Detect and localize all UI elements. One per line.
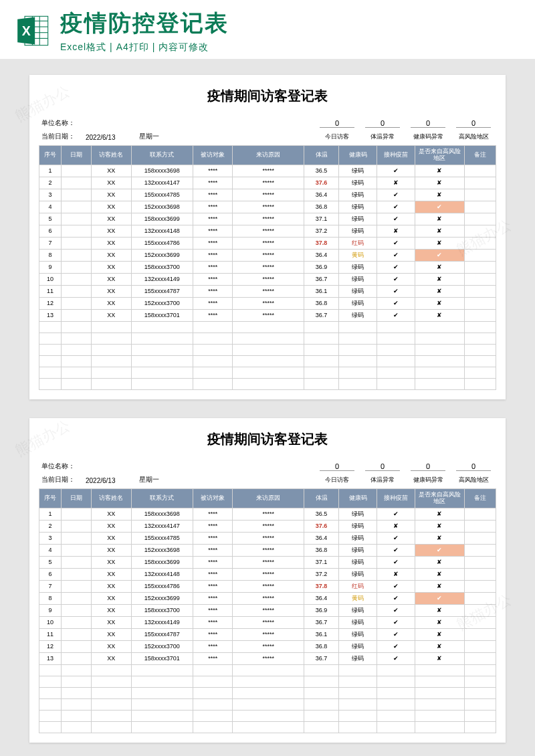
cell: ✘ — [415, 273, 464, 285]
cell: 36.4 — [304, 532, 339, 544]
cell: 36.9 — [304, 604, 339, 616]
cell: XX — [92, 273, 131, 285]
cell: **** — [193, 237, 233, 249]
cell: ✔ — [377, 508, 415, 520]
cell — [464, 628, 496, 640]
cell: ✘ — [415, 225, 464, 237]
cell: ***** — [233, 616, 304, 628]
cell: **** — [193, 592, 233, 604]
cell: XX — [92, 189, 131, 201]
cell: 158xxxx3699 — [131, 556, 193, 568]
cell — [464, 604, 496, 616]
cell: ✘ — [377, 225, 415, 237]
table-row-empty — [39, 710, 496, 721]
cell — [464, 556, 496, 568]
col-header: 序号 — [39, 146, 62, 165]
cell: ***** — [233, 285, 304, 297]
stat-label-2: 健康码异常 — [405, 474, 451, 484]
table-row: 9XX158xxxx3700*********36.9绿码✔✘ — [39, 604, 496, 616]
sheet-title: 疫情期间访客登记表 — [39, 430, 496, 448]
cell: **** — [193, 568, 233, 580]
cell: XX — [92, 177, 131, 189]
cell: 36.8 — [304, 640, 339, 652]
cell: 132xxxx4148 — [131, 568, 193, 580]
cell: 155xxxx4785 — [131, 189, 193, 201]
cell: 158xxxx3701 — [131, 652, 193, 664]
cell — [62, 273, 92, 285]
cell: ***** — [233, 520, 304, 532]
cell: ***** — [233, 273, 304, 285]
stat-3: 0 — [451, 119, 496, 128]
cell: ✘ — [415, 520, 464, 532]
cell: ✘ — [415, 616, 464, 628]
table-row: 7XX155xxxx4786*********37.8红码✔✘ — [39, 237, 496, 249]
cell — [464, 285, 496, 297]
stat-label-1: 体温异常 — [360, 131, 405, 141]
table-row: 10XX132xxxx4149*********36.7绿码✔✘ — [39, 616, 496, 628]
col-header: 日期 — [62, 488, 92, 508]
cell — [62, 189, 92, 201]
cell: ***** — [233, 237, 304, 249]
cell: XX — [92, 628, 131, 640]
table-row: 4XX152xxxx3698*********36.8绿码✔✔ — [39, 201, 496, 213]
cell: 36.1 — [304, 628, 339, 640]
cell: ✔ — [377, 189, 415, 201]
cell: ✔ — [415, 249, 464, 261]
cell: ***** — [233, 556, 304, 568]
col-header: 访客姓名 — [92, 146, 131, 165]
table-row: 6XX132xxxx4148*********37.2绿码✘✘ — [39, 225, 496, 237]
date-label: 当前日期： — [39, 475, 86, 484]
cell — [464, 520, 496, 532]
cell: ***** — [233, 189, 304, 201]
cell: ✔ — [377, 640, 415, 652]
svg-rect-6 — [39, 16, 40, 45]
cell: **** — [193, 652, 233, 664]
cell: 2 — [39, 177, 62, 189]
cell: ***** — [233, 652, 304, 664]
cell: 132xxxx4147 — [131, 177, 193, 189]
cell: 红码 — [339, 237, 377, 249]
table-row: 1XX158xxxx3698*********36.5绿码✔✘ — [39, 508, 496, 520]
banner-title: 疫情防控登记表 — [60, 8, 519, 39]
cell: 5 — [39, 213, 62, 225]
cell: ✘ — [415, 165, 464, 177]
stat-0: 0 — [314, 119, 360, 128]
table-row-empty — [39, 687, 496, 698]
cell: 3 — [39, 189, 62, 201]
cell: XX — [92, 520, 131, 532]
cell: 36.5 — [304, 508, 339, 520]
col-header: 日期 — [62, 146, 92, 165]
table-row-empty — [39, 721, 496, 733]
stat-label-3: 高风险地区 — [451, 474, 496, 484]
cell: 158xxxx3701 — [131, 309, 193, 321]
cell: ✘ — [415, 604, 464, 616]
cell: 36.7 — [304, 652, 339, 664]
cell: 155xxxx4787 — [131, 628, 193, 640]
date-value: 2022/6/13 — [86, 477, 139, 484]
table-row-empty — [39, 344, 496, 355]
cell: **** — [193, 201, 233, 213]
table-row-empty — [39, 664, 496, 676]
cell: 36.8 — [304, 544, 339, 556]
cell: ✘ — [415, 237, 464, 249]
cell: 9 — [39, 261, 62, 273]
cell: 绿码 — [339, 225, 377, 237]
cell: 绿码 — [339, 189, 377, 201]
cell: 155xxxx4785 — [131, 532, 193, 544]
cell — [62, 604, 92, 616]
cell: ✘ — [377, 177, 415, 189]
table-row: 13XX158xxxx3701*********36.7绿码✔✘ — [39, 309, 496, 321]
cell: **** — [193, 249, 233, 261]
cell: XX — [92, 604, 131, 616]
cell — [62, 201, 92, 213]
unit-label: 单位名称： — [39, 118, 86, 128]
cell: ***** — [233, 592, 304, 604]
cell: 红码 — [339, 580, 377, 592]
cell: ✘ — [415, 177, 464, 189]
cell: ✔ — [377, 261, 415, 273]
cell: 1 — [39, 165, 62, 177]
cell — [62, 309, 92, 321]
cell: 152xxxx3699 — [131, 249, 193, 261]
sheet-title: 疫情期间访客登记表 — [39, 87, 496, 105]
cell: ✘ — [415, 628, 464, 640]
